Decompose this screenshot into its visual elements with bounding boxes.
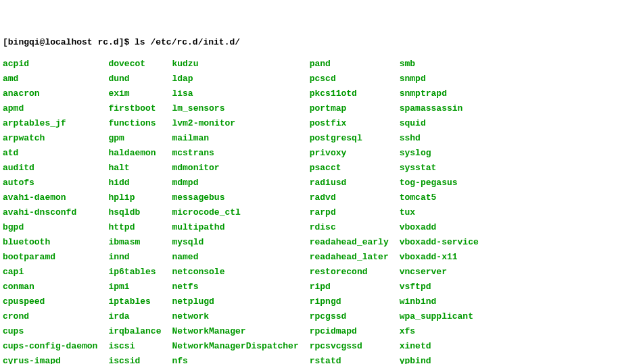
file-entry: rdisc [310, 220, 400, 235]
file-entry: anacron [3, 86, 108, 101]
file-entry: halt [108, 161, 172, 176]
file-entry: pkcs11otd [310, 86, 400, 101]
file-entry: apmd [3, 101, 108, 116]
file-entry: hplip [108, 190, 172, 205]
file-entry: multipathd [172, 220, 309, 235]
file-entry: avahi-daemon [3, 190, 108, 205]
file-entry: iscsid [108, 354, 172, 364]
file-entry: syslog [400, 146, 490, 161]
file-entry: readahead_early [310, 235, 400, 250]
file-entry: lvm2-monitor [172, 116, 309, 131]
file-entry: vboxadd-service [400, 235, 490, 250]
shell-prompt: [bingqi@localhost rc.d]$ [3, 37, 135, 47]
file-entry: rpcidmapd [310, 324, 400, 339]
file-entry: bootparamd [3, 250, 108, 265]
file-entry: mailman [172, 131, 309, 146]
file-entry: wpa_supplicant [400, 309, 490, 324]
file-entry: mdmonitor [172, 161, 309, 176]
file-entry: rstatd [310, 354, 400, 364]
ls-output: acpidamdanacronapmdarptables_jfarpwatcha… [3, 57, 615, 364]
file-entry: exim [108, 86, 172, 101]
file-entry: lm_sensors [172, 101, 309, 116]
file-entry: privoxy [310, 146, 400, 161]
file-entry: iscsi [108, 339, 172, 354]
file-entry: auditd [3, 161, 108, 176]
file-entry: snmpd [400, 72, 490, 86]
file-entry: network [172, 309, 309, 324]
file-entry: functions [108, 116, 172, 131]
file-entry: squid [400, 116, 490, 131]
file-entry: xinetd [400, 339, 490, 354]
file-entry: mdmpd [172, 176, 309, 190]
file-entry: rarpd [310, 205, 400, 220]
file-entry: snmptrapd [400, 86, 490, 101]
file-entry: vboxadd-x11 [400, 250, 490, 265]
file-entry: iptables [108, 294, 172, 309]
file-entry: postfix [310, 116, 400, 131]
file-entry: mysqld [172, 235, 309, 250]
file-entry: bluetooth [3, 235, 108, 250]
listing-col-1: dovecotdundeximfirstbootfunctionsgpmhald… [108, 57, 172, 364]
file-entry: rpcgssd [310, 309, 400, 324]
file-entry: dund [108, 72, 172, 86]
file-entry: httpd [108, 220, 172, 235]
listing-col-3: pandpcscdpkcs11otdportmappostfixpostgres… [310, 57, 400, 364]
file-entry: spamassassin [400, 101, 490, 116]
file-entry: netconsole [172, 265, 309, 280]
file-entry: firstboot [108, 101, 172, 116]
file-entry: irqbalance [108, 324, 172, 339]
shell-command: ls /etc/rc.d/init.d/ [135, 37, 240, 47]
file-entry: lisa [172, 86, 309, 101]
file-entry: hidd [108, 176, 172, 190]
listing-col-0: acpidamdanacronapmdarptables_jfarpwatcha… [3, 57, 108, 364]
file-entry: innd [108, 250, 172, 265]
file-entry: autofs [3, 176, 108, 190]
file-entry: ripngd [310, 294, 400, 309]
file-entry: bgpd [3, 220, 108, 235]
file-entry: psacct [310, 161, 400, 176]
file-entry: postgresql [310, 131, 400, 146]
file-entry: restorecond [310, 265, 400, 280]
file-entry: sysstat [400, 161, 490, 176]
file-entry: nfs [172, 354, 309, 364]
file-entry: kudzu [172, 57, 309, 72]
file-entry: arptables_jf [3, 116, 108, 131]
file-entry: portmap [310, 101, 400, 116]
prompt-line: [bingqi@localhost rc.d]$ ls /etc/rc.d/in… [3, 38, 615, 47]
file-entry: rpcsvcgssd [310, 339, 400, 354]
file-entry: cyrus-imapd [3, 354, 108, 364]
file-entry: messagebus [172, 190, 309, 205]
file-entry: dovecot [108, 57, 172, 72]
file-entry: pcscd [310, 72, 400, 86]
listing-col-4: smbsnmpdsnmptrapdspamassassinsquidsshdsy… [400, 57, 490, 364]
file-entry: crond [3, 309, 108, 324]
file-entry: pand [310, 57, 400, 72]
file-entry: microcode_ctl [172, 205, 309, 220]
file-entry: vsftpd [400, 280, 490, 294]
file-entry: netfs [172, 280, 309, 294]
file-entry: smb [400, 57, 490, 72]
file-entry: acpid [3, 57, 108, 72]
file-entry: haldaemon [108, 146, 172, 161]
file-entry: readahead_later [310, 250, 400, 265]
file-entry: tog-pegasus [400, 176, 490, 190]
file-entry: ldap [172, 72, 309, 86]
file-entry: cups [3, 324, 108, 339]
file-entry: amd [3, 72, 108, 86]
file-entry: avahi-dnsconfd [3, 205, 108, 220]
file-entry: NetworkManagerDispatcher [172, 339, 309, 354]
file-entry: radiusd [310, 176, 400, 190]
file-entry: capi [3, 265, 108, 280]
file-entry: arpwatch [3, 131, 108, 146]
file-entry: vboxadd [400, 220, 490, 235]
file-entry: atd [3, 146, 108, 161]
file-entry: cups-config-daemon [3, 339, 108, 354]
file-entry: xfs [400, 324, 490, 339]
file-entry: ibmasm [108, 235, 172, 250]
file-entry: sshd [400, 131, 490, 146]
file-entry: ypbind [400, 354, 490, 364]
listing-col-2: kudzuldaplisalm_sensorslvm2-monitormailm… [172, 57, 309, 364]
file-entry: NetworkManager [172, 324, 309, 339]
file-entry: mcstrans [172, 146, 309, 161]
file-entry: tux [400, 205, 490, 220]
